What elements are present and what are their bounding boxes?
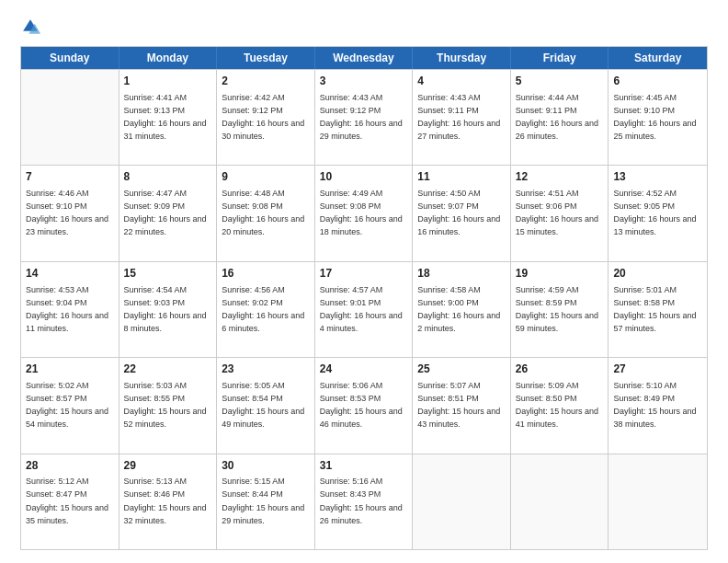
day-number: 22 bbox=[124, 362, 212, 377]
cell-info: Sunrise: 4:50 AM Sunset: 9:07 PM Dayligh… bbox=[417, 189, 500, 236]
cal-cell-16: 16Sunrise: 4:56 AM Sunset: 9:02 PM Dayli… bbox=[217, 262, 315, 357]
day-number: 20 bbox=[613, 266, 702, 282]
day-number: 21 bbox=[26, 362, 114, 377]
header-day-wednesday: Wednesday bbox=[315, 47, 414, 69]
cell-info: Sunrise: 5:01 AM Sunset: 8:58 PM Dayligh… bbox=[613, 285, 696, 333]
cal-cell-8: 8Sunrise: 4:47 AM Sunset: 9:09 PM Daylig… bbox=[119, 166, 218, 260]
cell-info: Sunrise: 4:47 AM Sunset: 9:09 PM Dayligh… bbox=[124, 189, 207, 236]
cell-info: Sunrise: 4:53 AM Sunset: 9:04 PM Dayligh… bbox=[26, 285, 108, 333]
header-day-monday: Monday bbox=[119, 47, 218, 69]
week-row-3: 21Sunrise: 5:02 AM Sunset: 8:57 PM Dayli… bbox=[21, 357, 707, 453]
cal-cell-29: 29Sunrise: 5:13 AM Sunset: 8:46 PM Dayli… bbox=[119, 454, 218, 549]
day-number: 7 bbox=[26, 169, 114, 185]
day-number: 27 bbox=[613, 362, 702, 377]
calendar-body: 1Sunrise: 4:41 AM Sunset: 9:13 PM Daylig… bbox=[21, 69, 707, 549]
day-number: 13 bbox=[613, 169, 702, 185]
day-number: 26 bbox=[516, 362, 604, 377]
cell-info: Sunrise: 4:52 AM Sunset: 9:05 PM Dayligh… bbox=[613, 189, 696, 236]
cal-cell-22: 22Sunrise: 5:03 AM Sunset: 8:55 PM Dayli… bbox=[119, 358, 218, 453]
cal-cell-9: 9Sunrise: 4:48 AM Sunset: 9:08 PM Daylig… bbox=[217, 166, 315, 260]
day-number: 29 bbox=[124, 458, 212, 474]
cell-info: Sunrise: 5:09 AM Sunset: 8:50 PM Dayligh… bbox=[516, 381, 598, 429]
cell-info: Sunrise: 4:51 AM Sunset: 9:06 PM Dayligh… bbox=[516, 189, 598, 236]
cal-cell-15: 15Sunrise: 4:54 AM Sunset: 9:03 PM Dayli… bbox=[119, 262, 218, 357]
cell-info: Sunrise: 5:10 AM Sunset: 8:49 PM Dayligh… bbox=[613, 381, 696, 429]
cal-cell-25: 25Sunrise: 5:07 AM Sunset: 8:51 PM Dayli… bbox=[413, 358, 511, 453]
day-number: 17 bbox=[320, 266, 408, 282]
cell-info: Sunrise: 4:59 AM Sunset: 8:59 PM Dayligh… bbox=[516, 285, 598, 333]
cell-info: Sunrise: 5:07 AM Sunset: 8:51 PM Dayligh… bbox=[417, 381, 500, 429]
day-number: 18 bbox=[417, 266, 506, 282]
cal-cell-18: 18Sunrise: 4:58 AM Sunset: 9:00 PM Dayli… bbox=[413, 262, 511, 357]
week-row-0: 1Sunrise: 4:41 AM Sunset: 9:13 PM Daylig… bbox=[21, 69, 707, 165]
day-number: 6 bbox=[613, 74, 702, 89]
cal-cell-5: 5Sunrise: 4:44 AM Sunset: 9:11 PM Daylig… bbox=[511, 70, 609, 165]
header-day-saturday: Saturday bbox=[609, 47, 707, 69]
cell-info: Sunrise: 4:43 AM Sunset: 9:12 PM Dayligh… bbox=[320, 93, 403, 141]
day-number: 3 bbox=[320, 74, 408, 89]
cal-cell-27: 27Sunrise: 5:10 AM Sunset: 8:49 PM Dayli… bbox=[609, 358, 707, 453]
cell-info: Sunrise: 5:03 AM Sunset: 8:55 PM Dayligh… bbox=[124, 381, 207, 429]
header-day-thursday: Thursday bbox=[413, 47, 511, 69]
day-number: 23 bbox=[222, 362, 310, 377]
cal-cell-7: 7Sunrise: 4:46 AM Sunset: 9:10 PM Daylig… bbox=[21, 166, 119, 260]
day-number: 5 bbox=[516, 74, 604, 89]
cal-cell-20: 20Sunrise: 5:01 AM Sunset: 8:58 PM Dayli… bbox=[609, 262, 707, 357]
cell-info: Sunrise: 4:42 AM Sunset: 9:12 PM Dayligh… bbox=[222, 93, 304, 141]
day-number: 25 bbox=[417, 362, 506, 377]
cal-cell-30: 30Sunrise: 5:15 AM Sunset: 8:44 PM Dayli… bbox=[217, 454, 315, 549]
cell-info: Sunrise: 4:44 AM Sunset: 9:11 PM Dayligh… bbox=[516, 93, 598, 141]
day-number: 9 bbox=[222, 169, 310, 185]
cal-cell-17: 17Sunrise: 4:57 AM Sunset: 9:01 PM Dayli… bbox=[315, 262, 414, 357]
cal-cell-2: 2Sunrise: 4:42 AM Sunset: 9:12 PM Daylig… bbox=[217, 70, 315, 165]
cell-info: Sunrise: 4:41 AM Sunset: 9:13 PM Dayligh… bbox=[124, 93, 207, 141]
cell-info: Sunrise: 4:48 AM Sunset: 9:08 PM Dayligh… bbox=[222, 189, 304, 236]
calendar-header: SundayMondayTuesdayWednesdayThursdayFrid… bbox=[21, 47, 707, 69]
cal-cell-empty-4-5 bbox=[511, 454, 609, 549]
cell-info: Sunrise: 5:06 AM Sunset: 8:53 PM Dayligh… bbox=[320, 381, 403, 429]
cal-cell-19: 19Sunrise: 4:59 AM Sunset: 8:59 PM Dayli… bbox=[511, 262, 609, 357]
week-row-4: 28Sunrise: 5:12 AM Sunset: 8:47 PM Dayli… bbox=[21, 454, 707, 549]
cell-info: Sunrise: 4:46 AM Sunset: 9:10 PM Dayligh… bbox=[26, 189, 108, 236]
cal-cell-11: 11Sunrise: 4:50 AM Sunset: 9:07 PM Dayli… bbox=[413, 166, 511, 260]
week-row-1: 7Sunrise: 4:46 AM Sunset: 9:10 PM Daylig… bbox=[21, 165, 707, 260]
cal-cell-23: 23Sunrise: 5:05 AM Sunset: 8:54 PM Dayli… bbox=[217, 358, 315, 453]
cell-info: Sunrise: 4:49 AM Sunset: 9:08 PM Dayligh… bbox=[320, 189, 403, 236]
day-number: 12 bbox=[516, 169, 604, 185]
header-day-friday: Friday bbox=[511, 47, 609, 69]
header-day-tuesday: Tuesday bbox=[217, 47, 315, 69]
cal-cell-24: 24Sunrise: 5:06 AM Sunset: 8:53 PM Dayli… bbox=[315, 358, 414, 453]
day-number: 24 bbox=[320, 362, 408, 377]
cal-cell-empty-4-6 bbox=[609, 454, 707, 549]
cell-info: Sunrise: 5:12 AM Sunset: 8:47 PM Dayligh… bbox=[26, 477, 108, 524]
cal-cell-6: 6Sunrise: 4:45 AM Sunset: 9:10 PM Daylig… bbox=[609, 70, 707, 165]
day-number: 8 bbox=[124, 169, 212, 185]
cal-cell-28: 28Sunrise: 5:12 AM Sunset: 8:47 PM Dayli… bbox=[21, 454, 119, 549]
cell-info: Sunrise: 4:57 AM Sunset: 9:01 PM Dayligh… bbox=[320, 285, 403, 333]
header bbox=[20, 17, 708, 37]
day-number: 30 bbox=[222, 458, 310, 474]
day-number: 19 bbox=[516, 266, 604, 282]
day-number: 10 bbox=[320, 169, 408, 185]
cell-info: Sunrise: 4:45 AM Sunset: 9:10 PM Dayligh… bbox=[613, 93, 696, 141]
logo-icon bbox=[20, 17, 40, 37]
cal-cell-13: 13Sunrise: 4:52 AM Sunset: 9:05 PM Dayli… bbox=[609, 166, 707, 260]
logo bbox=[20, 17, 44, 37]
cal-cell-1: 1Sunrise: 4:41 AM Sunset: 9:13 PM Daylig… bbox=[119, 70, 218, 165]
day-number: 2 bbox=[222, 74, 310, 89]
cell-info: Sunrise: 5:05 AM Sunset: 8:54 PM Dayligh… bbox=[222, 381, 304, 429]
cal-cell-4: 4Sunrise: 4:43 AM Sunset: 9:11 PM Daylig… bbox=[413, 70, 511, 165]
day-number: 31 bbox=[320, 458, 408, 474]
cal-cell-14: 14Sunrise: 4:53 AM Sunset: 9:04 PM Dayli… bbox=[21, 262, 119, 357]
cal-cell-10: 10Sunrise: 4:49 AM Sunset: 9:08 PM Dayli… bbox=[315, 166, 414, 260]
cal-cell-empty-4-4 bbox=[413, 454, 511, 549]
day-number: 14 bbox=[26, 266, 114, 282]
day-number: 1 bbox=[124, 74, 212, 89]
cal-cell-26: 26Sunrise: 5:09 AM Sunset: 8:50 PM Dayli… bbox=[511, 358, 609, 453]
cell-info: Sunrise: 5:13 AM Sunset: 8:46 PM Dayligh… bbox=[124, 477, 207, 524]
calendar: SundayMondayTuesdayWednesdayThursdayFrid… bbox=[20, 46, 708, 550]
cal-cell-31: 31Sunrise: 5:16 AM Sunset: 8:43 PM Dayli… bbox=[315, 454, 414, 549]
cell-info: Sunrise: 5:15 AM Sunset: 8:44 PM Dayligh… bbox=[222, 477, 304, 524]
day-number: 16 bbox=[222, 266, 310, 282]
day-number: 15 bbox=[124, 266, 212, 282]
